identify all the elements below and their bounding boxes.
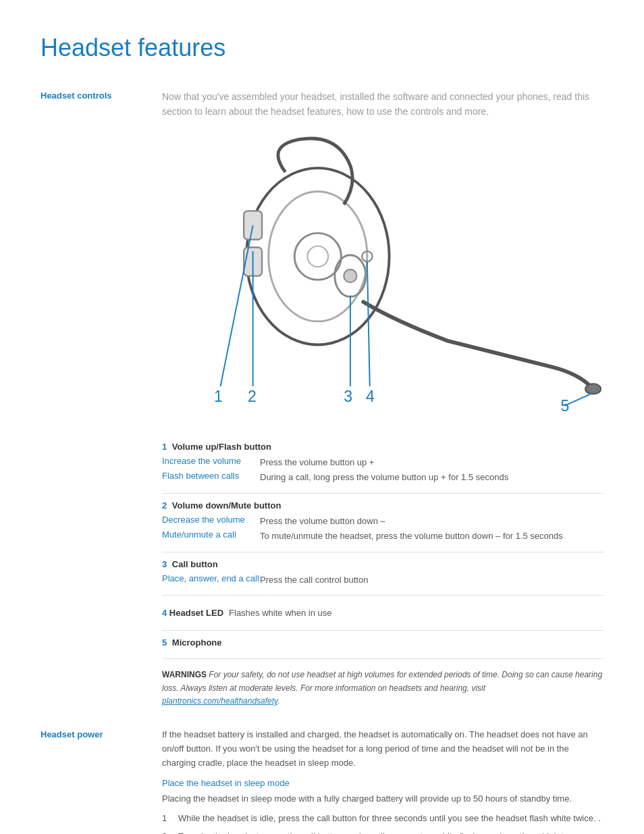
headset-controls-content: Now that you've assembled your headset, … — [162, 89, 603, 708]
headset-power-intro: If the headset battery is installed and … — [162, 728, 603, 770]
sleep-mode-title: Place the headset in sleep mode — [162, 778, 603, 788]
svg-text:2: 2 — [248, 388, 257, 405]
feature-1-num: 1 — [162, 442, 167, 452]
svg-text:4: 4 — [366, 388, 375, 405]
intro-text: Now that you've assembled your headset, … — [162, 89, 603, 120]
feature-group-3: 3 Call button Place, answer, end a call … — [162, 552, 603, 596]
warnings-label: WARNINGS — [162, 670, 207, 679]
feature-2-num: 2 — [162, 500, 167, 511]
svg-point-3 — [307, 246, 328, 267]
feature-4-label: 4 Headset LED — [162, 608, 223, 618]
svg-text:1: 1 — [214, 388, 223, 405]
feature-group-1: 1 Volume up/Flash button Increase the vo… — [162, 435, 603, 494]
features-list: 1 Volume up/Flash button Increase the vo… — [162, 435, 603, 708]
sleep-step-1-text: While the headset is idle, press the cal… — [178, 812, 601, 826]
warnings-link[interactable]: plantronics.com/healthandsafety — [162, 696, 277, 706]
feature-3-num: 3 — [162, 559, 167, 569]
feature-group-2: 2 Volume down/Mute button Decrease the v… — [162, 494, 603, 552]
feature-2-row-2: Mute/unmute a call To mute/unmute the he… — [162, 529, 603, 543]
feature-1-row-2: Flash between calls During a call, long … — [162, 471, 603, 484]
headset-power-label: Headset power — [41, 728, 162, 834]
feature-group-4: 4 Headset LED Flashes white when in use — [162, 596, 603, 631]
feature-1-row-1: Increase the volume Press the volume but… — [162, 456, 603, 469]
headset-svg: 1 2 3 4 5 — [162, 133, 603, 419]
svg-point-9 — [585, 384, 601, 394]
svg-point-7 — [344, 269, 356, 282]
svg-text:3: 3 — [344, 388, 352, 405]
sleep-step-2: 2 To wake the headset, press the call bu… — [162, 830, 603, 834]
headset-power-section: Headset power If the headset battery is … — [41, 728, 603, 834]
feature-2-title: 2 Volume down/Mute button — [162, 500, 603, 511]
svg-text:5: 5 — [561, 396, 570, 414]
page: Headset features Headset controls Now th… — [0, 0, 644, 834]
feature-group-5: 5 Microphone — [162, 631, 603, 659]
headset-controls-label: Headset controls — [41, 89, 162, 708]
feature-5-title: 5 Microphone — [162, 637, 603, 648]
sleep-step-2-num: 2 — [162, 830, 171, 834]
page-title: Headset features — [41, 34, 603, 62]
feature-3-row-1: Place, answer, end a call Press the call… — [162, 573, 603, 587]
svg-line-13 — [367, 261, 370, 386]
feature-2-row-1: Decrease the volume Press the volume but… — [162, 515, 603, 528]
feature-4-inline: 4 Headset LED Flashes white when in use — [162, 602, 603, 623]
warnings-box: WARNINGS For your safety, do not use hea… — [162, 669, 603, 708]
svg-point-1 — [269, 191, 367, 321]
feature-3-title: 3 Call button — [162, 559, 603, 569]
headset-power-content: If the headset battery is installed and … — [162, 728, 603, 834]
svg-line-10 — [221, 225, 253, 386]
headset-diagram: 1 2 3 4 5 — [162, 133, 603, 421]
svg-rect-4 — [244, 211, 262, 239]
headset-controls-section: Headset controls Now that you've assembl… — [41, 89, 603, 708]
sleep-step-1-num: 1 — [162, 812, 171, 826]
sleep-step-2-text: To wake the headset, press the call butt… — [178, 830, 585, 834]
feature-1-title: 1 Volume up/Flash button — [162, 442, 603, 452]
feature-5-num: 5 — [162, 637, 167, 648]
sleep-steps-list: 1 While the headset is idle, press the c… — [162, 812, 603, 834]
sleep-mode-intro: Placing the headset in sleep mode with a… — [162, 792, 603, 806]
warnings-text: For your safety, do not use headset at h… — [162, 670, 602, 692]
sleep-step-1: 1 While the headset is idle, press the c… — [162, 812, 603, 826]
